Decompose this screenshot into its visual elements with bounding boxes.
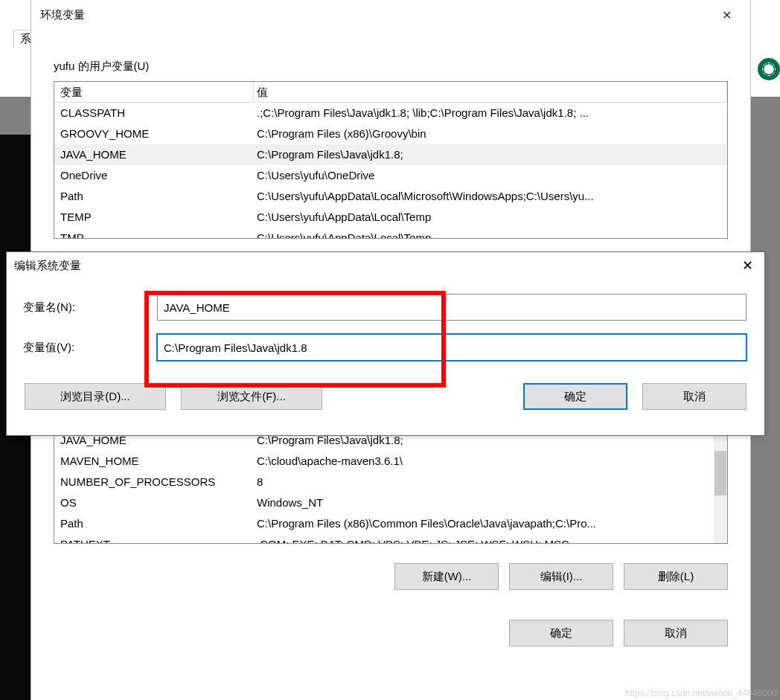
table-row[interactable]: TEMPC:\Users\yufu\AppData\Local\Temp (54, 207, 727, 228)
watermark: https://blog.csdn.net/weixin_44946000 (625, 688, 777, 699)
scrollbar[interactable] (714, 430, 727, 543)
value-label: 变量值(V): (23, 341, 157, 355)
user-vars-table[interactable]: 变量 值 CLASSPATH.;C:\Program Files\Java\jd… (54, 81, 728, 239)
var-value: .COM;.EXE;.BAT;.CMD;.VBS;.VBE;.JS;.JSE;.… (254, 534, 727, 544)
var-name: JAVA_HOME (54, 144, 254, 165)
var-value: C:\Users\yufu\AppData\Local\Temp (254, 207, 727, 228)
table-row[interactable]: OSWindows_NT (54, 492, 727, 513)
close-icon[interactable]: ✕ (712, 1, 741, 28)
ok-button[interactable]: 确定 (509, 620, 613, 646)
table-row[interactable]: PathC:\Program Files (x86)\Common Files\… (54, 513, 727, 534)
name-label: 变量名(N): (23, 301, 157, 315)
variable-value-input[interactable] (157, 334, 747, 361)
var-name: GROOVY_HOME (54, 123, 254, 144)
edit-body: 变量名(N): 变量值(V): (7, 279, 764, 361)
var-name: OS (54, 492, 254, 513)
var-name: MAVEN_HOME (54, 451, 254, 472)
edit-title: 编辑系统变量 (14, 259, 730, 273)
var-value: C:\Users\yufu\OneDrive (254, 165, 727, 186)
starbucks-logo-icon (758, 58, 780, 80)
env-title: 环境变量 (40, 8, 712, 22)
edit-titlebar: 编辑系统变量 ✕ (7, 252, 764, 279)
table-row[interactable]: GROOVY_HOMEC:\Program Files (x86)\Groovy… (54, 123, 727, 144)
table-row[interactable]: JAVA_HOMEC:\Program Files\Java\jdk1.8; (54, 144, 727, 165)
close-icon[interactable]: ✕ (730, 254, 764, 277)
cancel-button[interactable]: 取消 (624, 620, 728, 646)
var-name: OneDrive (54, 165, 254, 186)
scrollbar-thumb[interactable] (715, 451, 726, 495)
var-value: C:\Program Files (x86)\Groovy\bin (254, 123, 727, 144)
delete-button[interactable]: 删除(L) (624, 563, 728, 590)
edit-button[interactable]: 编辑(I)... (509, 563, 613, 590)
table-row[interactable]: PATHEXT.COM;.EXE;.BAT;.CMD;.VBS;.VBE;.JS… (54, 534, 727, 544)
header-val[interactable]: 值 (254, 82, 727, 103)
var-value: 8 (254, 472, 727, 492)
edit-system-variable-dialog: 编辑系统变量 ✕ 变量名(N): 变量值(V): 浏览目录(D)... 浏览文件… (6, 251, 765, 436)
variable-name-input[interactable] (157, 294, 747, 321)
var-name: CLASSPATH (54, 103, 254, 123)
dialog-buttons: 确定 取消 (31, 620, 750, 646)
browse-file-button[interactable]: 浏览文件(F)... (181, 383, 322, 410)
ok-button[interactable]: 确定 (523, 383, 627, 410)
var-value: .;C:\Program Files\Java\jdk1.8; \lib;C:\… (254, 103, 727, 123)
var-value: Windows_NT (254, 492, 727, 513)
var-name: TEMP (54, 207, 254, 228)
cancel-button[interactable]: 取消 (642, 383, 747, 410)
table-row[interactable]: OneDriveC:\Users\yufu\OneDrive (54, 165, 727, 186)
name-field-row: 变量名(N): (23, 294, 747, 321)
var-name: Path (54, 513, 254, 534)
value-field-row: 变量值(V): (23, 334, 747, 361)
var-value: C:\Program Files (x86)\Common Files\Orac… (254, 513, 727, 534)
var-value: C:\Users\yufu\AppData\Local\Temp (254, 228, 727, 239)
table-row[interactable]: TMPC:\Users\yufu\AppData\Local\Temp (54, 228, 727, 239)
browse-dir-button[interactable]: 浏览目录(D)... (25, 383, 166, 410)
new-button[interactable]: 新建(W)... (394, 563, 499, 590)
table-row[interactable]: PathC:\Users\yufu\AppData\Local\Microsof… (54, 186, 727, 207)
var-value: C:\Users\yufu\AppData\Local\Microsoft\Wi… (254, 186, 727, 207)
user-vars-section: yufu 的用户变量(U) 变量 值 CLASSPATH.;C:\Program… (31, 30, 750, 239)
header-var[interactable]: 变量 (54, 82, 254, 103)
system-buttons: 新建(W)... 编辑(I)... 删除(L) (54, 563, 728, 590)
table-row[interactable]: MAVEN_HOMEC:\cloud\apache-maven3.6.1\ (54, 451, 727, 472)
system-vars-table[interactable]: JAVA_HOMEC:\Program Files\Java\jdk1.8;MA… (54, 429, 728, 544)
table-header: 变量 值 (54, 82, 727, 103)
edit-dialog-buttons: 浏览目录(D)... 浏览文件(F)... 确定 取消 (7, 374, 764, 410)
var-value: C:\cloud\apache-maven3.6.1\ (254, 451, 727, 472)
var-name: PATHEXT (54, 534, 254, 544)
table-row[interactable]: NUMBER_OF_PROCESSORS8 (54, 472, 727, 492)
system-vars-section: JAVA_HOMEC:\Program Files\Java\jdk1.8;MA… (31, 429, 750, 590)
var-name: Path (54, 186, 254, 207)
table-row[interactable]: CLASSPATH.;C:\Program Files\Java\jdk1.8;… (54, 103, 727, 123)
user-section-label: yufu 的用户变量(U) (54, 60, 728, 74)
var-value: C:\Program Files\Java\jdk1.8; (254, 144, 727, 165)
var-name: TMP (54, 228, 254, 239)
var-name: NUMBER_OF_PROCESSORS (54, 472, 254, 492)
env-titlebar: 环境变量 ✕ (31, 0, 750, 30)
